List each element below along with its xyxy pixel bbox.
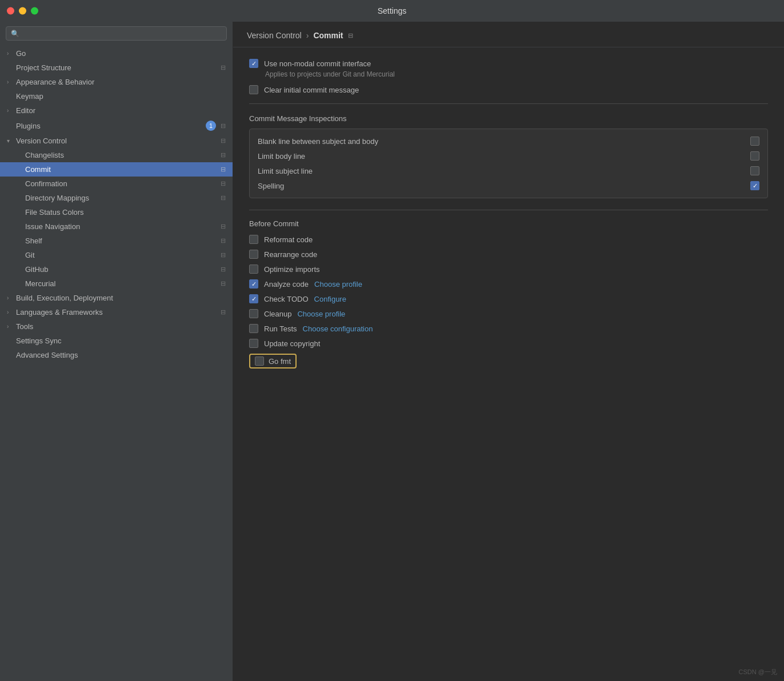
window-title: Settings [378, 6, 407, 15]
non-modal-checkbox[interactable] [249, 59, 258, 68]
sidebar-item-commit[interactable]: Commit ⊟ [0, 162, 233, 177]
checktodo-link[interactable]: Configure [314, 295, 346, 303]
sidebar-item-issue-navigation[interactable]: Issue Navigation ⊟ [0, 219, 233, 234]
non-modal-sub-row: Applies to projects under Git and Mercur… [249, 70, 768, 78]
non-modal-sub-label: Applies to projects under Git and Mercur… [265, 70, 395, 78]
sidebar-item-git[interactable]: Git ⊟ [0, 248, 233, 262]
rearrange-checkbox[interactable] [249, 250, 258, 259]
chevron-icon: › [7, 50, 16, 57]
sidebar-item-version-control[interactable]: ▾ Version Control ⊟ [0, 134, 233, 148]
sidebar-item-label: Editor [16, 106, 226, 115]
clear-initial-checkbox[interactable] [249, 85, 258, 94]
content-panel: Version Control › Commit ⊟ Use non-modal… [233, 22, 784, 681]
inspection-limit-subject-checkbox[interactable] [750, 166, 759, 175]
sidebar-item-changelists[interactable]: Changelists ⊟ [0, 148, 233, 162]
sidebar-item-label: Issue Navigation [25, 222, 218, 231]
before-reformat-row: Reformat code [249, 235, 768, 244]
runtests-link[interactable]: Choose configuration [303, 325, 373, 333]
sidebar-item-directory-mappings[interactable]: Directory Mappings ⊟ [0, 191, 233, 205]
chevron-down-icon: ▾ [7, 138, 16, 144]
config-icon: ⊟ [221, 151, 226, 159]
sidebar-item-label: Plugins [16, 122, 206, 130]
before-copyright-row: Update copyright [249, 339, 768, 348]
before-optimize-row: Optimize imports [249, 265, 768, 274]
rearrange-label: Rearrange code [264, 250, 317, 259]
divider [249, 103, 768, 104]
sidebar-item-project-structure[interactable]: Project Structure ⊟ [0, 61, 233, 75]
reformat-checkbox[interactable] [249, 235, 258, 244]
sidebar-item-file-status-colors[interactable]: File Status Colors [0, 205, 233, 219]
divider2 [249, 210, 768, 210]
optimize-checkbox[interactable] [249, 265, 258, 274]
sidebar-item-label: GitHub [25, 265, 218, 274]
sidebar-item-tools[interactable]: › Tools [0, 319, 233, 334]
chevron-icon: › [7, 295, 16, 301]
sidebar-item-confirmation[interactable]: Confirmation ⊟ [0, 177, 233, 191]
sidebar-item-plugins[interactable]: Plugins 1 ⊟ [0, 118, 233, 134]
sidebar-item-languages-frameworks[interactable]: › Languages & Frameworks ⊟ [0, 305, 233, 319]
config-icon: ⊟ [221, 122, 226, 130]
sidebar-item-label: Tools [16, 322, 226, 331]
runtests-label: Run Tests [264, 325, 297, 333]
before-commit-title: Before Commit [249, 219, 768, 228]
analyze-link[interactable]: Choose profile [314, 280, 362, 289]
inspection-blank-checkbox[interactable] [750, 137, 759, 146]
sidebar-item-settings-sync[interactable]: Settings Sync [0, 334, 233, 348]
runtests-checkbox[interactable] [249, 324, 258, 333]
checktodo-checkbox[interactable] [249, 294, 258, 303]
config-icon: ⊟ [221, 251, 226, 259]
inspection-limit-body-checkbox[interactable] [750, 151, 759, 161]
sidebar-item-go[interactable]: › Go [0, 46, 233, 61]
sidebar-item-label: Git [25, 251, 218, 259]
sidebar-item-shelf[interactable]: Shelf ⊟ [0, 234, 233, 248]
before-cleanup-row: Cleanup Choose profile [249, 309, 768, 318]
chevron-icon: › [7, 79, 16, 85]
chevron-icon: › [7, 309, 16, 315]
sidebar-item-label: Directory Mappings [25, 194, 218, 202]
sidebar-item-editor[interactable]: › Editor [0, 103, 233, 118]
gofmt-checkbox[interactable] [255, 356, 264, 366]
search-input[interactable] [23, 29, 222, 38]
sidebar-item-github[interactable]: GitHub ⊟ [0, 262, 233, 277]
plugins-badge: 1 [206, 121, 216, 131]
title-bar: Settings [0, 0, 784, 22]
maximize-button[interactable] [31, 7, 38, 15]
sidebar-item-build-execution[interactable]: › Build, Execution, Deployment [0, 291, 233, 305]
before-rearrange-row: Rearrange code [249, 250, 768, 259]
nav-section: › Go Project Structure ⊟ › Appearance & … [0, 45, 233, 363]
config-icon: ⊟ [221, 64, 226, 71]
gofmt-label: Go fmt [269, 357, 291, 366]
cleanup-link[interactable]: Choose profile [297, 310, 345, 318]
optimize-label: Optimize imports [264, 265, 320, 274]
search-bar[interactable]: 🔍 [6, 26, 227, 41]
reformat-label: Reformat code [264, 235, 313, 244]
sidebar-item-label: Languages & Frameworks [16, 308, 218, 317]
sidebar-item-label: Confirmation [25, 179, 218, 188]
inspections-title: Commit Message Inspections [249, 114, 768, 123]
sidebar-item-label: Mercurial [25, 279, 218, 288]
sidebar-item-mercurial[interactable]: Mercurial ⊟ [0, 277, 233, 291]
sidebar-item-advanced-settings[interactable]: Advanced Settings [0, 348, 233, 362]
analyze-checkbox[interactable] [249, 279, 258, 289]
breadcrumb-parent[interactable]: Version Control [247, 31, 302, 40]
inspection-limit-body: Limit body line [250, 149, 767, 163]
inspection-spelling-checkbox[interactable] [750, 181, 759, 190]
close-button[interactable] [7, 7, 14, 15]
non-modal-label: Use non-modal commit interface [264, 59, 371, 68]
copyright-checkbox[interactable] [249, 339, 258, 348]
sidebar-item-label: Version Control [16, 137, 218, 145]
sidebar-item-keymap[interactable]: Keymap [0, 89, 233, 103]
inspection-label: Blank line between subject and body [258, 137, 378, 146]
sidebar-item-appearance-behavior[interactable]: › Appearance & Behavior [0, 75, 233, 89]
sidebar-item-label: Keymap [16, 92, 226, 101]
non-modal-row: Use non-modal commit interface [249, 59, 768, 68]
search-icon: 🔍 [11, 30, 19, 38]
minimize-button[interactable] [19, 7, 26, 15]
config-icon: ⊟ [221, 166, 226, 173]
cleanup-checkbox[interactable] [249, 309, 258, 318]
chevron-icon: › [7, 323, 16, 330]
before-gofmt-row: Go fmt [249, 354, 768, 368]
go-fmt-highlight: Go fmt [249, 354, 297, 368]
config-icon: ⊟ [221, 137, 226, 145]
sidebar-item-label: Go [16, 49, 226, 58]
